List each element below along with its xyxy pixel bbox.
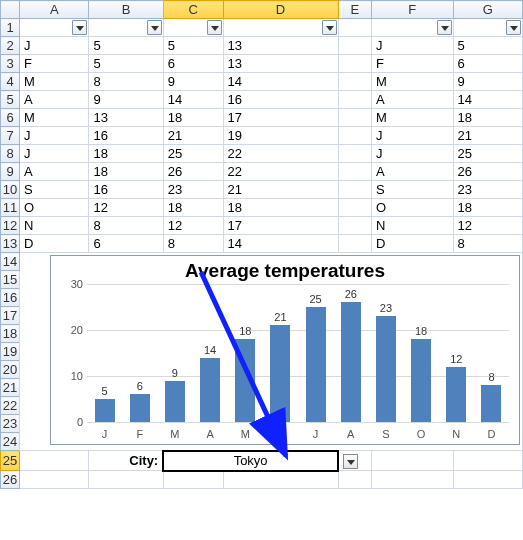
cell[interactable]: J: [20, 127, 89, 145]
row-header-22[interactable]: 22: [1, 397, 20, 415]
cell[interactable]: 18: [163, 199, 223, 217]
row-header-17[interactable]: 17: [1, 307, 20, 325]
cell[interactable]: [20, 471, 89, 489]
row-header-11[interactable]: 11: [1, 199, 20, 217]
cell[interactable]: O: [372, 199, 453, 217]
row-header-9[interactable]: 9: [1, 163, 20, 181]
cell[interactable]: M: [372, 73, 453, 91]
row-header-26[interactable]: 26: [1, 471, 20, 489]
cell[interactable]: [453, 471, 522, 489]
cell[interactable]: 26: [453, 163, 522, 181]
cell[interactable]: [20, 451, 89, 471]
cell[interactable]: [338, 235, 372, 253]
cell[interactable]: [89, 471, 163, 489]
cell[interactable]: S: [20, 181, 89, 199]
cell[interactable]: 8: [89, 73, 163, 91]
cell[interactable]: A: [372, 163, 453, 181]
table2-header[interactable]: Month: [372, 19, 453, 37]
cell[interactable]: 18: [163, 109, 223, 127]
cell[interactable]: [163, 471, 223, 489]
cell[interactable]: [338, 127, 372, 145]
cell[interactable]: 17: [223, 217, 338, 235]
cell[interactable]: N: [372, 217, 453, 235]
row-header-25[interactable]: 25: [1, 451, 20, 471]
cell[interactable]: 9: [163, 73, 223, 91]
cell[interactable]: 13: [223, 55, 338, 73]
col-header-B[interactable]: B: [89, 1, 163, 19]
table2-header[interactable]: City: [453, 19, 522, 37]
cell[interactable]: [338, 19, 372, 37]
cell[interactable]: 16: [89, 127, 163, 145]
cell[interactable]: [338, 163, 372, 181]
cell[interactable]: 26: [163, 163, 223, 181]
row-header-7[interactable]: 7: [1, 127, 20, 145]
cell[interactable]: 14: [163, 91, 223, 109]
cell[interactable]: N: [20, 217, 89, 235]
cell[interactable]: [338, 199, 372, 217]
table1-header[interactable]: Tokyo: [163, 19, 223, 37]
col-header-G[interactable]: G: [453, 1, 522, 19]
filter-dropdown-icon[interactable]: [207, 20, 222, 35]
table1-header[interactable]: Month: [20, 19, 89, 37]
cell[interactable]: J: [372, 127, 453, 145]
cell[interactable]: [338, 451, 372, 471]
cell[interactable]: J: [372, 145, 453, 163]
cell[interactable]: S: [372, 181, 453, 199]
cell[interactable]: 5: [89, 37, 163, 55]
cell[interactable]: [223, 471, 338, 489]
filter-dropdown-icon[interactable]: [322, 20, 337, 35]
cell[interactable]: [338, 181, 372, 199]
cell[interactable]: 18: [453, 109, 522, 127]
cell[interactable]: 17: [223, 109, 338, 127]
row-header-13[interactable]: 13: [1, 235, 20, 253]
cell[interactable]: 8: [453, 235, 522, 253]
col-header-D[interactable]: D: [223, 1, 338, 19]
row-header-20[interactable]: 20: [1, 361, 20, 379]
cell[interactable]: O: [20, 199, 89, 217]
cell[interactable]: 9: [453, 73, 522, 91]
cell[interactable]: [338, 91, 372, 109]
cell[interactable]: [338, 145, 372, 163]
cell[interactable]: 14: [223, 235, 338, 253]
row-header-1[interactable]: 1: [1, 19, 20, 37]
cell[interactable]: [453, 451, 522, 471]
cell[interactable]: 13: [223, 37, 338, 55]
row-header-6[interactable]: 6: [1, 109, 20, 127]
cell[interactable]: 9: [89, 91, 163, 109]
cell[interactable]: 22: [223, 163, 338, 181]
cell[interactable]: A: [20, 163, 89, 181]
cell[interactable]: 6: [453, 55, 522, 73]
city-dropdown-value[interactable]: Tokyo: [163, 451, 338, 471]
cell[interactable]: 12: [453, 217, 522, 235]
cell[interactable]: [372, 471, 453, 489]
cell[interactable]: [338, 55, 372, 73]
cell[interactable]: 8: [163, 235, 223, 253]
chevron-down-icon[interactable]: [343, 454, 358, 469]
row-header-5[interactable]: 5: [1, 91, 20, 109]
row-header-23[interactable]: 23: [1, 415, 20, 433]
cell[interactable]: 5: [453, 37, 522, 55]
cell[interactable]: 14: [223, 73, 338, 91]
cell[interactable]: 21: [453, 127, 522, 145]
cell[interactable]: F: [372, 55, 453, 73]
bar-chart[interactable]: Average temperatures01020305691418212526…: [50, 255, 520, 445]
filter-dropdown-icon[interactable]: [72, 20, 87, 35]
row-header-19[interactable]: 19: [1, 343, 20, 361]
cell[interactable]: 5: [89, 55, 163, 73]
col-header-A[interactable]: A: [20, 1, 89, 19]
cell[interactable]: M: [372, 109, 453, 127]
row-header-21[interactable]: 21: [1, 379, 20, 397]
cell[interactable]: M: [20, 109, 89, 127]
cell[interactable]: 14: [453, 91, 522, 109]
row-header-16[interactable]: 16: [1, 289, 20, 307]
filter-dropdown-icon[interactable]: [437, 20, 452, 35]
cell[interactable]: 25: [453, 145, 522, 163]
cell[interactable]: [338, 109, 372, 127]
cell[interactable]: A: [372, 91, 453, 109]
cell[interactable]: J: [372, 37, 453, 55]
cell[interactable]: D: [372, 235, 453, 253]
cell[interactable]: 19: [223, 127, 338, 145]
cell[interactable]: 18: [453, 199, 522, 217]
cell[interactable]: 23: [163, 181, 223, 199]
row-header-18[interactable]: 18: [1, 325, 20, 343]
